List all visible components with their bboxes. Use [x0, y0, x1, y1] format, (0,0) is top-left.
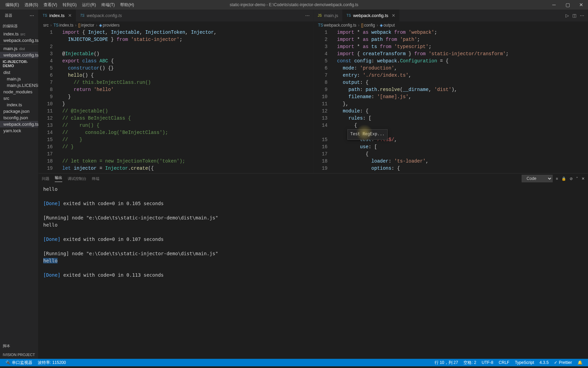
menu-select[interactable]: 选择(S) [22, 2, 41, 8]
menu-goto[interactable]: 转到(G) [60, 2, 79, 8]
window-title: static-injector-demo - E:\Code\ts\static… [230, 2, 358, 7]
panel-tab-terminal[interactable]: 终端 [92, 176, 99, 181]
panel-tab-problems[interactable]: 问题 [42, 176, 49, 181]
more-icon[interactable]: ⋯ [580, 13, 584, 18]
plug-icon: 🔌 [5, 360, 11, 365]
panel: 问题 输出 调试控制台 终端 Code ≡ 🔒 ⊘ ˄ ✕ hello [Don… [38, 173, 588, 292]
tab-label: index.ts [49, 13, 65, 18]
file-item[interactable]: package.json [0, 108, 38, 114]
minimize-button[interactable]: ─ [547, 0, 561, 10]
more-icon[interactable]: ⋯ [305, 13, 310, 18]
status-eol[interactable]: CRLF [496, 360, 512, 366]
list-icon[interactable]: ≡ [556, 177, 558, 181]
open-editor-item[interactable]: webpack.config.ts [0, 52, 38, 58]
output-channel-select[interactable]: Code [522, 175, 553, 182]
open-editor-item[interactable]: webpack.config.ts [0, 37, 38, 44]
status-baud[interactable]: 波特率: 115200 [35, 360, 69, 366]
status-language[interactable]: TypeScript [512, 360, 537, 366]
split-icon[interactable]: ◫ [572, 13, 576, 18]
status-ts-version[interactable]: 4.3.5 [537, 360, 552, 366]
property-icon: ◈ [380, 23, 383, 28]
code-editor-right[interactable]: 1234567891011121314151617181920 import *… [313, 29, 588, 173]
ts-icon: TS [318, 23, 323, 28]
maximize-button[interactable]: ▢ [561, 0, 574, 10]
code-editor-left[interactable]: 1234567891011121314151617181920 import {… [38, 29, 313, 173]
editor-group-left: TS index.ts ✕ TS webpack.config.ts ⋯ src… [38, 10, 313, 173]
ts-icon: TS [53, 23, 59, 28]
check-icon: ✓ [554, 360, 557, 365]
file-item[interactable]: webpack.config.ts [0, 121, 38, 127]
status-prettier[interactable]: ✓Prettier [551, 360, 575, 366]
ts-icon: TS [80, 13, 85, 18]
panel-tab-output[interactable]: 输出 [55, 175, 62, 182]
file-item[interactable]: index.ts [0, 102, 38, 108]
chevron-up-icon[interactable]: ˄ [576, 177, 578, 181]
property-icon: ◈ [99, 23, 102, 28]
file-item[interactable]: tsconfig.json [0, 114, 38, 121]
sidebar-bottom-scripts[interactable]: 脚本 [0, 341, 38, 351]
status-bell-icon[interactable]: 🔔 [575, 360, 585, 366]
clear-icon[interactable]: ⊘ [570, 177, 573, 181]
sidebar-bottom-project[interactable]: IVISION PROJECT [0, 351, 38, 359]
folder-node-modules[interactable]: node_modules [0, 89, 38, 95]
menu-run[interactable]: 运行(R) [79, 2, 99, 8]
tab-main-js[interactable]: JS main.js [313, 10, 342, 21]
menu-edit[interactable]: 编辑(E) [3, 2, 22, 8]
status-cursor[interactable]: 行 10，列 27 [432, 360, 461, 366]
panel-tab-debug[interactable]: 调试控制台 [68, 176, 86, 181]
file-item[interactable]: main.js.LICENSE.txt [0, 82, 38, 89]
close-icon[interactable]: ✕ [392, 13, 395, 18]
tab-label: webpack.config.ts [353, 13, 388, 18]
variable-icon: [] [78, 23, 81, 28]
close-icon[interactable]: ✕ [68, 13, 72, 18]
run-icon[interactable]: ▷ [566, 13, 569, 18]
open-editor-item[interactable]: main.jsdist [0, 45, 38, 52]
tab-webpack-config[interactable]: TS webpack.config.ts [76, 10, 126, 21]
close-button[interactable]: ✕ [574, 0, 588, 10]
close-icon[interactable]: ✕ [582, 177, 585, 181]
project-label[interactable]: IC-INJECTOR-DEMO [0, 58, 38, 69]
file-item[interactable]: main.js [0, 76, 38, 82]
output-body[interactable]: hello [Done] exited with code=0 in 0.105… [38, 184, 588, 292]
folder-dist[interactable]: dist [0, 69, 38, 76]
breadcrumb[interactable]: src› TS index.ts› [] injector› ◈ provide… [38, 21, 313, 29]
status-serial[interactable]: 🔌串口监视器 [3, 360, 35, 366]
file-item[interactable]: yarn.lock [0, 127, 38, 134]
menubar: 编辑(E) 选择(S) 查看(V) 转到(G) 运行(R) 终端(T) 帮助(H… [0, 0, 588, 10]
codelens-tooltip[interactable]: Test RegExp... [347, 129, 388, 140]
status-spaces[interactable]: 空格: 2 [461, 360, 479, 366]
tab-label: webpack.config.ts [87, 13, 122, 18]
sidebar-section-explorer: 器器 [2, 11, 15, 20]
more-icon[interactable]: ⋯ [30, 13, 34, 18]
sidebar: 器器 ⋯ 的编辑器 index.tssrc webpack.config.ts … [0, 10, 38, 359]
tab-label: main.js [324, 13, 338, 18]
tab-index-ts[interactable]: TS index.ts ✕ [38, 10, 76, 21]
menu-view[interactable]: 查看(V) [41, 2, 60, 8]
menu-terminal[interactable]: 终端(T) [99, 2, 117, 8]
tab-webpack-config[interactable]: TS webpack.config.ts ✕ [342, 10, 399, 21]
js-icon: JS [317, 13, 322, 18]
breadcrumb[interactable]: TS webpack.config.ts› [] config› ◈ outpu… [313, 21, 588, 29]
ts-icon: TS [346, 13, 351, 18]
sidebar-section-openeditors: 的编辑器 [0, 21, 38, 31]
status-encoding[interactable]: UTF-8 [479, 360, 496, 366]
editor-group-right: JS main.js TS webpack.config.ts ✕ ▷ ◫ ⋯ [313, 10, 588, 173]
folder-src[interactable]: src [0, 95, 38, 102]
variable-icon: [] [361, 23, 363, 28]
lock-icon[interactable]: 🔒 [561, 177, 566, 181]
open-editor-item[interactable]: index.tssrc [0, 31, 38, 37]
menu-help[interactable]: 帮助(H) [117, 2, 137, 8]
ts-icon: TS [43, 13, 47, 18]
statusbar: 🔌串口监视器 波特率: 115200 行 10，列 27 空格: 2 UTF-8… [0, 359, 588, 366]
